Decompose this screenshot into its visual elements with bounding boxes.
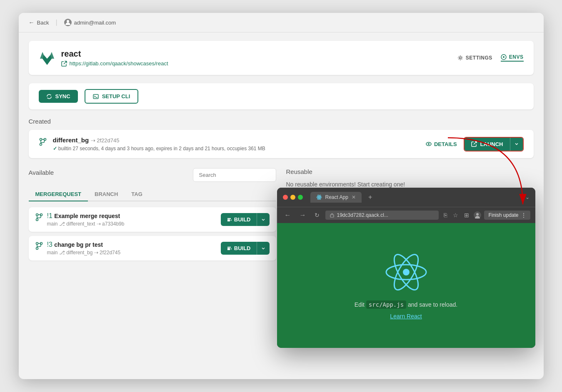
svg-point-3 xyxy=(503,56,505,58)
back-nav-button[interactable]: ← xyxy=(282,211,294,220)
refresh-button[interactable]: ↻ xyxy=(312,211,322,219)
project-url[interactable]: https://gitlab.com/qaack/showcases/react xyxy=(61,60,168,67)
extensions-icon[interactable]: ⊞ xyxy=(462,211,471,219)
mr-meta-2: main ⎇ different_bg ⇢ 2f22d745 xyxy=(47,250,121,256)
expand-button[interactable]: ⌄ xyxy=(525,194,530,200)
link-icon xyxy=(61,61,67,67)
code-snippet: src/App.js xyxy=(366,300,406,309)
chevron-down-icon xyxy=(515,142,519,146)
tabs: MERGEREQUEST BRANCH TAG xyxy=(29,188,276,201)
mr-title-row-2: !3 change bg pr test xyxy=(47,241,121,248)
browser-tab[interactable]: React App ✕ xyxy=(310,192,362,203)
browser-titlebar: React App ✕ + ⌄ xyxy=(277,188,535,207)
available-title: Available xyxy=(29,169,54,176)
divider: | xyxy=(55,19,57,26)
forward-nav-button[interactable]: → xyxy=(297,211,309,220)
mr-info-1: !1 Example merge request main ⎇ differen… xyxy=(35,212,125,227)
env-card: different_bg ⇢ 2f22d745 ✓ builtin 27 sec… xyxy=(29,130,534,158)
tab-close-button[interactable]: ✕ xyxy=(352,194,356,200)
svg-point-16 xyxy=(36,248,38,250)
mr-title-2: change bg pr test xyxy=(54,241,103,248)
launch-icon xyxy=(471,141,477,147)
reusable-empty-message: No reusable environments! Start creating… xyxy=(286,181,534,188)
svg-point-24 xyxy=(403,269,410,275)
setup-cli-button[interactable]: SETUP CLI xyxy=(85,89,139,104)
browser-url-bar[interactable]: 19dc3d7282.qaack.cl... xyxy=(325,211,439,220)
mr-title-row-1: !1 Example merge request xyxy=(47,212,125,220)
mr-num-1: !1 xyxy=(47,212,52,219)
svg-point-13 xyxy=(36,219,38,221)
svg-point-10 xyxy=(428,143,430,145)
back-button[interactable]: Back xyxy=(29,19,49,26)
mr-title-1: Example merge request xyxy=(54,213,120,219)
env-name-row: different_bg ⇢ 2f22d745 xyxy=(53,136,265,144)
toolbar: SYNC SETUP CLI xyxy=(29,83,534,109)
build-dropdown-1[interactable] xyxy=(257,213,270,226)
build-dropdown-2[interactable] xyxy=(257,242,270,255)
launch-btn-group: LAUNCH xyxy=(464,137,524,151)
svg-point-11 xyxy=(36,214,38,216)
sync-icon xyxy=(46,94,52,99)
svg-point-0 xyxy=(67,20,69,22)
launch-button[interactable]: LAUNCH xyxy=(465,138,510,151)
svg-point-14 xyxy=(36,243,38,245)
mr-detail-2: !3 change bg pr test main ⎇ different_bg… xyxy=(47,241,121,256)
svg-point-23 xyxy=(476,213,479,216)
finish-update-button[interactable]: Finish update ⋮ xyxy=(484,211,530,220)
new-tab-button[interactable]: + xyxy=(368,194,372,201)
build-btn-group-1: BUILD xyxy=(221,213,270,226)
browser-overlay: React App ✕ + ⌄ ← → ↻ 19dc3d7282.qaack.c… xyxy=(277,188,535,348)
react-logo xyxy=(385,251,427,293)
main-window: Back | admin@mail.com xyxy=(19,13,544,379)
launch-label: LAUNCH xyxy=(480,141,503,147)
created-title: Created xyxy=(29,118,534,125)
available-section: Available MERGEREQUEST BRANCH TAG xyxy=(29,168,276,265)
dot-red[interactable] xyxy=(283,195,288,200)
build-icon-1 xyxy=(227,217,232,222)
build-button-2[interactable]: BUILD xyxy=(221,242,257,255)
branch-icon xyxy=(39,137,47,146)
mr-item-1: !1 Example merge request main ⎇ differen… xyxy=(29,207,276,232)
tab-mergerequest[interactable]: MERGEREQUEST xyxy=(29,188,88,201)
build-button-1[interactable]: BUILD xyxy=(221,213,257,226)
bookmark-icon[interactable]: ☆ xyxy=(451,211,460,219)
svg-point-6 xyxy=(40,139,42,141)
user-avatar xyxy=(64,19,72,26)
env-meta-text: in 27 seconds, 4 days and 3 hours ago, e… xyxy=(67,146,265,151)
env-name: different_bg xyxy=(53,136,89,144)
env-info: different_bg ⇢ 2f22d745 ✓ builtin 27 sec… xyxy=(39,136,265,151)
top-bar: Back | admin@mail.com xyxy=(19,13,544,32)
details-button[interactable]: DETAILS xyxy=(426,141,457,147)
envs-button[interactable]: ENVS xyxy=(501,54,524,62)
setup-cli-label: SETUP CLI xyxy=(102,93,130,99)
settings-label: SETTINGS xyxy=(466,55,492,61)
env-actions: DETAILS LAUNCH xyxy=(426,137,524,151)
search-input[interactable] xyxy=(193,168,276,182)
tab-tag[interactable]: TAG xyxy=(125,188,149,201)
project-name: react xyxy=(61,49,168,59)
env-meta: ✓ builtin 27 seconds, 4 days and 3 hours… xyxy=(53,146,265,151)
dot-yellow[interactable] xyxy=(290,195,295,200)
dot-green[interactable] xyxy=(298,195,303,200)
launch-dropdown-button[interactable] xyxy=(510,138,523,151)
svg-rect-21 xyxy=(330,215,334,217)
mr-meta-1: main ⎇ different_text ⇢ a7334b9b xyxy=(47,221,125,227)
profile-icon[interactable] xyxy=(473,211,482,219)
sync-label: SYNC xyxy=(55,93,70,99)
sync-button[interactable]: SYNC xyxy=(39,90,78,103)
secure-icon xyxy=(330,213,335,218)
learn-react-link[interactable]: Learn React xyxy=(390,313,422,320)
tab-branch[interactable]: BRANCH xyxy=(88,188,125,201)
reusable-title: Reusable xyxy=(286,168,534,175)
url-text: 19dc3d7282.qaack.cl... xyxy=(337,212,388,218)
back-label: Back xyxy=(37,20,49,26)
user-email: admin@mail.com xyxy=(74,20,116,26)
svg-point-1 xyxy=(459,57,461,59)
settings-button[interactable]: SETTINGS xyxy=(457,55,492,61)
mr-detail-1: !1 Example merge request main ⎇ differen… xyxy=(47,212,125,227)
cast-icon[interactable]: ⎘ xyxy=(442,211,449,219)
svg-point-8 xyxy=(40,144,42,146)
built-status: ✓ xyxy=(53,146,58,151)
project-details: react https://gitlab.com/qaack/showcases… xyxy=(61,49,168,67)
mr-num-2: !3 xyxy=(47,241,52,248)
